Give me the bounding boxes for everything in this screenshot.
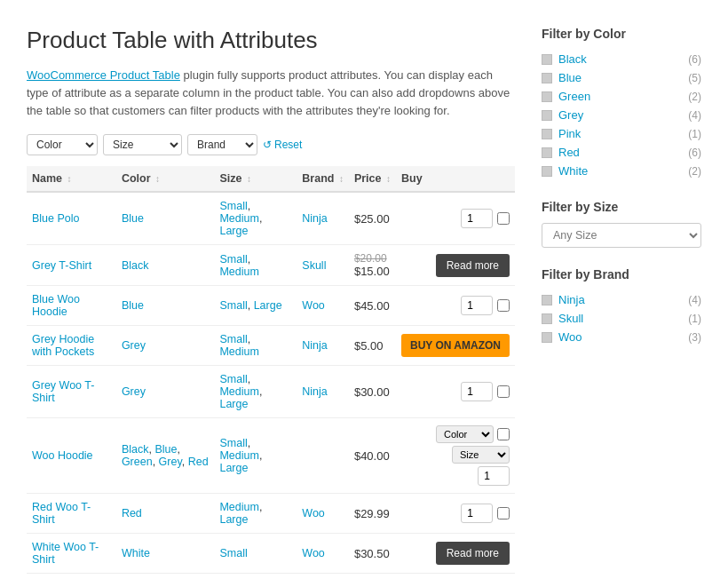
size-link[interactable]: Small [219, 333, 247, 345]
brand-link[interactable]: Ninja [302, 385, 328, 398]
quantity-input[interactable] [461, 296, 493, 315]
color-filter-link[interactable]: Grey [558, 108, 688, 122]
size-link[interactable]: Medium [219, 501, 258, 513]
size-link[interactable]: Small [219, 253, 247, 266]
color-filter-link[interactable]: Pink [558, 127, 688, 140]
regular-price: $30.00 [354, 385, 390, 399]
color-filter-link[interactable]: Green [558, 90, 688, 103]
product-name-cell: Grey Hoodie with Pockets [27, 326, 116, 366]
color-link[interactable]: Grey [122, 385, 146, 398]
color-filter-select[interactable]: ColorBlackBlueGreenGreyPinkRedWhite [27, 134, 98, 155]
product-size-cell: Large [214, 574, 297, 579]
brand-swatch-icon [542, 332, 552, 343]
product-name-link[interactable]: Woo Hoodie [32, 449, 93, 462]
buy-checkbox[interactable] [497, 299, 510, 312]
quantity-input[interactable] [461, 504, 493, 523]
buy-checkbox[interactable] [497, 507, 510, 520]
product-name-link[interactable]: White Woo T-Shirt [32, 541, 99, 566]
size-link[interactable]: Medium [219, 449, 258, 462]
color-link[interactable]: Red [188, 456, 209, 468]
product-name-cell: White Woo T-Shirt [27, 534, 116, 574]
regular-price: $30.50 [354, 547, 390, 560]
size-link[interactable]: Large [254, 299, 282, 312]
brand-link[interactable]: Ninja [302, 212, 328, 225]
product-buy-cell: Read more [396, 245, 515, 286]
color-variant-select[interactable]: ColorBlackBlueGreenGreyRed [436, 425, 494, 443]
filter-by-color-section: Filter by Color Black(6)Blue(5)Green(2)G… [542, 27, 701, 180]
size-link[interactable]: Small [219, 200, 247, 212]
reset-link[interactable]: ↺ Reset [263, 139, 302, 151]
color-link[interactable]: White [122, 547, 150, 559]
size-link[interactable]: Large [219, 398, 248, 410]
read-more-button[interactable]: Read more [436, 542, 510, 565]
buy-checkbox[interactable] [497, 212, 510, 225]
product-name-link[interactable]: Grey Hoodie with Pockets [32, 333, 94, 358]
brand-link[interactable]: Skull [302, 259, 326, 272]
color-count: (2) [688, 91, 701, 103]
size-link[interactable]: Large [219, 225, 248, 237]
product-color-cell: Black, Blue, Green, Grey, Red [116, 418, 215, 494]
buy-amazon-button[interactable]: BUY ON AMAZON [401, 334, 510, 357]
brand-link[interactable]: Woo [302, 507, 324, 520]
product-name-link[interactable]: Grey Woo T-Shirt [32, 379, 94, 404]
brand-filter-link[interactable]: Ninja [558, 293, 688, 306]
brand-link[interactable]: Woo [302, 299, 324, 312]
regular-price: $29.99 [354, 507, 390, 520]
buy-checkbox[interactable] [497, 385, 510, 398]
product-name-link[interactable]: Red Woo T-Shirt [32, 501, 91, 526]
size-link[interactable]: Medium [219, 266, 258, 278]
product-color-cell: Black [116, 245, 215, 286]
sale-price: $15.00 [354, 265, 390, 278]
size-link[interactable]: Medium [219, 345, 258, 358]
product-price-cell: $29.99 [349, 494, 396, 534]
brand-filter-select[interactable]: BrandNinjaSkullWoo [187, 134, 257, 155]
size-filter-sidebar-select[interactable]: Any SizeSmallMediumLarge [542, 223, 701, 248]
regular-price: $5.00 [354, 339, 384, 353]
filter-by-brand-section: Filter by Brand Ninja(4)Skull(1)Woo(3) [542, 267, 701, 346]
size-link[interactable]: Medium [219, 212, 258, 225]
woocommerce-product-table-link[interactable]: WooCommerce Product Table [27, 68, 180, 82]
buy-checkbox[interactable] [497, 428, 510, 440]
color-link[interactable]: Grey [122, 339, 146, 352]
product-name-link[interactable]: Grey T-Shirt [32, 259, 91, 272]
color-link[interactable]: Blue [154, 443, 177, 456]
brand-link[interactable]: Woo [302, 547, 324, 559]
size-link[interactable]: Small [219, 299, 247, 312]
color-link[interactable]: Grey [159, 456, 182, 468]
color-filter-link[interactable]: Blue [558, 71, 688, 84]
col-size: Size ↕ [214, 166, 297, 192]
quantity-input[interactable] [478, 466, 510, 486]
size-link[interactable]: Large [219, 513, 248, 526]
product-brand-cell: Skull [297, 245, 349, 286]
color-filter-link[interactable]: White [558, 164, 688, 178]
product-name-link[interactable]: Blue Polo [32, 212, 80, 225]
brand-filter-link[interactable]: Woo [558, 330, 688, 344]
table-row: Woo HoodieBlack, Blue, Green, Grey, RedS… [27, 418, 515, 494]
color-filter-link[interactable]: Red [558, 146, 688, 159]
size-variant-select[interactable]: SizeSmallMediumLarge [452, 446, 510, 464]
brand-list-item: Ninja(4) [542, 290, 701, 309]
size-link[interactable]: Large [219, 462, 248, 474]
product-name-link[interactable]: Blue Woo Hoodie [32, 293, 80, 318]
color-link[interactable]: Blue [122, 299, 144, 312]
brand-link[interactable]: Ninja [302, 339, 328, 352]
color-link[interactable]: Blue [122, 212, 144, 225]
size-link[interactable]: Small [219, 437, 247, 449]
color-link[interactable]: Red [122, 507, 142, 520]
filter-bar: ColorBlackBlueGreenGreyPinkRedWhite Size… [27, 134, 515, 155]
color-link[interactable]: Green [122, 456, 153, 468]
color-link[interactable]: Black [122, 443, 149, 456]
color-filter-link[interactable]: Black [558, 52, 688, 66]
filter-size-title: Filter by Size [542, 200, 701, 214]
quantity-input[interactable] [461, 382, 493, 401]
brand-count: (4) [688, 294, 701, 306]
brand-filter-link[interactable]: Skull [558, 312, 688, 325]
read-more-button[interactable]: Read more [436, 254, 510, 277]
size-link[interactable]: Medium [219, 385, 258, 398]
size-link[interactable]: Small [219, 373, 247, 385]
size-filter-select[interactable]: SizeSmallMediumLarge [103, 134, 182, 155]
size-link[interactable]: Small [219, 547, 247, 559]
brand-swatch-icon [542, 313, 552, 324]
color-link[interactable]: Black [122, 259, 149, 272]
quantity-input[interactable] [461, 209, 493, 228]
